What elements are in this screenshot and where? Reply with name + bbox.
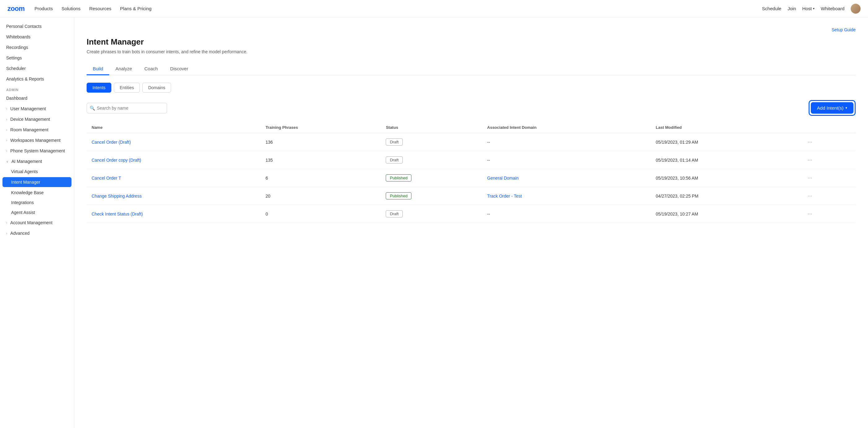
tab-discover[interactable]: Discover: [164, 63, 194, 75]
col-name: Name: [87, 122, 260, 133]
cell-status: Draft: [381, 151, 482, 169]
sidebar-item-intent-manager[interactable]: Intent Manager: [2, 177, 71, 187]
admin-section-label: ADMIN: [0, 84, 74, 93]
sub-tab-intents[interactable]: Intents: [87, 83, 111, 93]
cell-status: Draft: [381, 133, 482, 151]
nav-whiteboard[interactable]: Whiteboard: [821, 6, 844, 11]
nav-plans[interactable]: Plans & Pricing: [120, 6, 152, 11]
intent-name-link[interactable]: Cancel Order T: [92, 176, 121, 180]
nav-products[interactable]: Products: [34, 6, 53, 11]
domain-value: --: [487, 211, 490, 217]
domain-link[interactable]: Track Order - Test: [487, 194, 522, 199]
cell-status: Published: [381, 169, 482, 187]
cell-domain: Track Order - Test: [482, 187, 651, 205]
sidebar-item-user-management[interactable]: › User Management: [0, 104, 74, 114]
cell-last-modified: 04/27/2023, 02:25 PM: [651, 187, 800, 205]
col-actions: [800, 122, 856, 133]
cell-last-modified: 05/19/2023, 10:56 AM: [651, 169, 800, 187]
intent-name-link[interactable]: Check Intent Status (Draft): [92, 211, 143, 217]
domain-value: --: [487, 140, 490, 145]
sub-tab-entities[interactable]: Entities: [114, 83, 140, 93]
setup-guide-link[interactable]: Setup Guide: [832, 27, 856, 32]
page-layout: Personal Contacts Whiteboards Recordings…: [0, 17, 868, 428]
sidebar-item-phone-system-management[interactable]: › Phone System Management: [0, 146, 74, 156]
expand-icon: ›: [6, 118, 7, 121]
table-row: Check Intent Status (Draft) 0 Draft -- 0…: [87, 205, 856, 223]
row-more-menu-button[interactable]: ···: [805, 155, 815, 165]
col-status: Status: [381, 122, 482, 133]
cell-name: Cancel Order copy (Draft): [87, 151, 260, 169]
sidebar-item-device-management[interactable]: › Device Management: [0, 114, 74, 124]
sidebar-item-agent-assist[interactable]: Agent Assist: [0, 207, 74, 218]
col-associated-intent-domain: Associated Intent Domain: [482, 122, 651, 133]
search-icon: 🔍: [90, 106, 95, 111]
sidebar-item-advanced[interactable]: › Advanced: [0, 228, 74, 238]
nav-host[interactable]: Host ▾: [802, 6, 814, 11]
sidebar-item-scheduler[interactable]: Scheduler: [0, 63, 74, 74]
nav-resources[interactable]: Resources: [89, 6, 111, 11]
nav-join[interactable]: Join: [787, 6, 796, 11]
row-more-menu-button[interactable]: ···: [805, 173, 815, 182]
table-row: Change Shipping Address 20 Published Tra…: [87, 187, 856, 205]
cell-last-modified: 05/19/2023, 10:27 AM: [651, 205, 800, 223]
expand-icon: ›: [6, 221, 7, 225]
sidebar-item-integrations[interactable]: Integrations: [0, 198, 74, 207]
sidebar-item-analytics[interactable]: Analytics & Reports: [0, 74, 74, 84]
sidebar-item-recordings[interactable]: Recordings: [0, 42, 74, 53]
nav-schedule[interactable]: Schedule: [762, 6, 781, 11]
cell-status: Published: [381, 187, 482, 205]
sidebar-item-knowledge-base[interactable]: Knowledge Base: [0, 188, 74, 198]
table-body: Cancel Order (Draft) 136 Draft -- 05/19/…: [87, 133, 856, 223]
cell-training-phrases: 0: [260, 205, 381, 223]
intent-name-link[interactable]: Cancel Order copy (Draft): [92, 158, 141, 163]
cell-domain: --: [482, 133, 651, 151]
sidebar-item-room-management[interactable]: › Room Management: [0, 124, 74, 135]
sidebar-item-account-management[interactable]: › Account Management: [0, 218, 74, 228]
main-tabs: Build Analyze Coach Discover: [87, 63, 856, 75]
expand-icon: ›: [6, 139, 7, 142]
add-intent-button[interactable]: Add Intent(s) ▾: [811, 102, 854, 114]
nav-links: Products Solutions Resources Plans & Pri…: [34, 6, 151, 11]
top-nav: zoom Products Solutions Resources Plans …: [0, 0, 868, 17]
tab-coach[interactable]: Coach: [138, 63, 164, 75]
domain-value: --: [487, 158, 490, 163]
page-title: Intent Manager: [87, 37, 856, 47]
status-badge: Draft: [386, 210, 402, 218]
col-training-phrases: Training Phrases: [260, 122, 381, 133]
expand-icon: ›: [6, 232, 7, 235]
sidebar-item-virtual-agents[interactable]: Virtual Agents: [0, 167, 74, 176]
intent-name-link[interactable]: Change Shipping Address: [92, 194, 142, 199]
sidebar-item-settings[interactable]: Settings: [0, 53, 74, 63]
row-more-menu-button[interactable]: ···: [805, 138, 815, 146]
zoom-logo[interactable]: zoom: [7, 5, 25, 13]
sidebar-item-workspaces-management[interactable]: › Workspaces Management: [0, 135, 74, 146]
logo-text: zoom: [7, 5, 25, 13]
status-badge: Draft: [386, 156, 402, 164]
cell-actions: ···: [800, 133, 856, 151]
row-more-menu-button[interactable]: ···: [805, 209, 815, 218]
cell-last-modified: 05/19/2023, 01:29 AM: [651, 133, 800, 151]
expand-icon: ›: [6, 149, 7, 153]
user-avatar[interactable]: [851, 4, 861, 13]
tab-build[interactable]: Build: [87, 63, 109, 75]
intent-name-link[interactable]: Cancel Order (Draft): [92, 140, 131, 145]
sidebar-item-dashboard[interactable]: Dashboard: [0, 93, 74, 104]
cell-domain: General Domain: [482, 169, 651, 187]
search-input[interactable]: [87, 103, 167, 113]
intents-table: Name Training Phrases Status Associated …: [87, 122, 856, 223]
nav-solutions[interactable]: Solutions: [62, 6, 81, 11]
cell-name: Check Intent Status (Draft): [87, 205, 260, 223]
sidebar-item-ai-management[interactable]: ∨ AI Management: [0, 156, 74, 167]
table-row: Cancel Order copy (Draft) 135 Draft -- 0…: [87, 151, 856, 169]
cell-actions: ···: [800, 169, 856, 187]
sidebar-item-personal-contacts[interactable]: Personal Contacts: [0, 21, 74, 32]
toolbar-row: 🔍 Add Intent(s) ▾: [87, 100, 856, 116]
tab-analyze[interactable]: Analyze: [109, 63, 138, 75]
sidebar-item-whiteboards[interactable]: Whiteboards: [0, 32, 74, 42]
cell-actions: ···: [800, 187, 856, 205]
sub-tab-domains[interactable]: Domains: [142, 83, 171, 93]
cell-last-modified: 05/19/2023, 01:14 AM: [651, 151, 800, 169]
row-more-menu-button[interactable]: ···: [805, 191, 815, 200]
domain-link[interactable]: General Domain: [487, 176, 519, 180]
expand-icon: ›: [6, 128, 7, 132]
